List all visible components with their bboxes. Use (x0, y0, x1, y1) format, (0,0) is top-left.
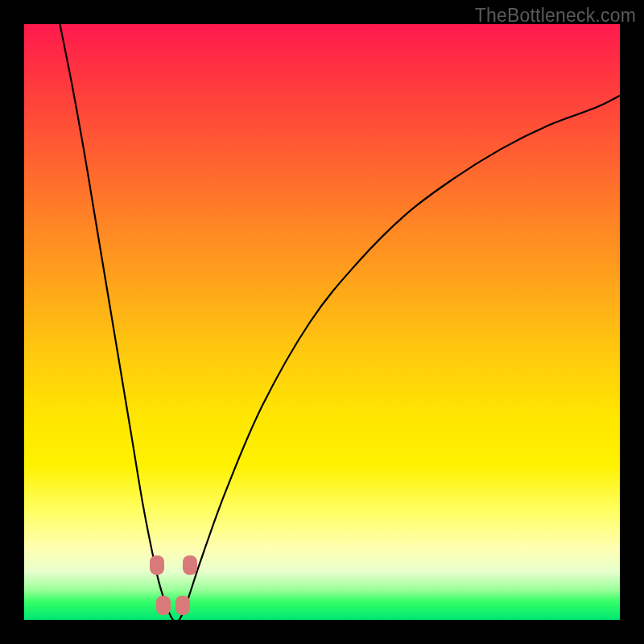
curve-marker (175, 596, 190, 615)
bottleneck-curve (60, 24, 620, 620)
watermark-text: TheBottleneck.com (475, 5, 636, 27)
curve-marker (150, 555, 164, 575)
curve-svg (24, 24, 620, 620)
curve-marker (156, 596, 171, 615)
curve-marker (183, 555, 197, 575)
plot-area (24, 24, 620, 620)
chart-container: TheBottleneck.com (0, 0, 644, 644)
